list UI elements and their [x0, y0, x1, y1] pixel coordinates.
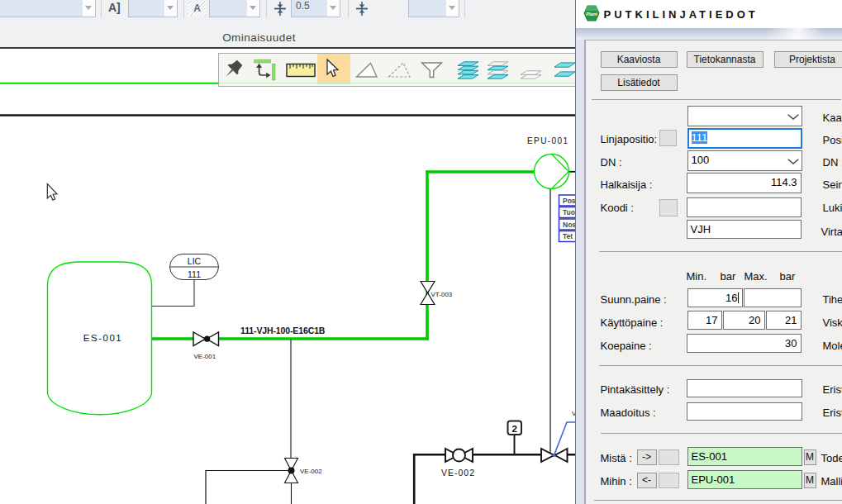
svg-text:VT-003: VT-003 [431, 291, 453, 298]
svg-text:111-VJH-100-E16C1B: 111-VJH-100-E16C1B [240, 326, 326, 335]
svg-text:Tuo: Tuo [563, 208, 575, 216]
svg-text:2: 2 [511, 424, 516, 434]
svg-text:Tet: Tet [563, 232, 573, 240]
svg-text:EPU-001: EPU-001 [527, 136, 568, 145]
svg-text:111: 111 [188, 269, 201, 279]
svg-text:VE-002: VE-002 [441, 468, 475, 478]
svg-text:VE-002: VE-002 [300, 468, 322, 475]
svg-text:ES-001: ES-001 [83, 333, 122, 343]
svg-text:Plant: Plant [586, 12, 598, 17]
svg-text:LIC: LIC [188, 256, 202, 266]
svg-text:VE-001: VE-001 [194, 353, 216, 360]
svg-text:Pos: Pos [563, 197, 576, 205]
